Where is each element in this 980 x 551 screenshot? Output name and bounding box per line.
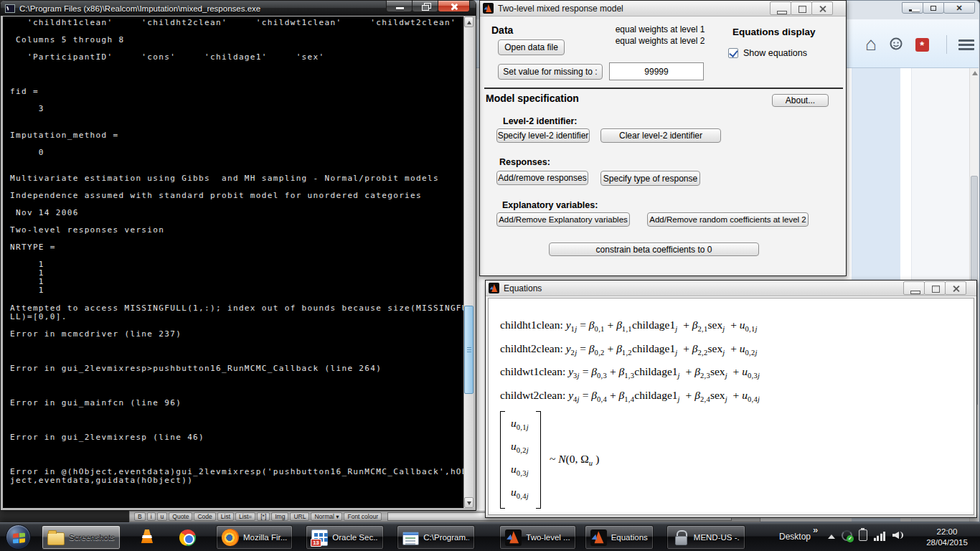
editor-button[interactable]: u [157,512,168,521]
open-data-file-button[interactable]: Open data file [498,39,565,55]
add-random-coefficients-button[interactable]: Add/Remove random coefficients at level … [647,212,809,227]
u-vector-item: u0,4j [511,483,529,506]
clipboard-icon[interactable] [859,529,867,541]
show-equations-checkbox[interactable] [728,48,738,58]
console-window: C:\Program Files (x86)\Realcom\Imputatio… [0,0,476,511]
editor-button[interactable]: [*] [257,512,270,521]
close-icon[interactable]: ✕ [943,2,975,14]
scroll-down-icon[interactable] [464,497,473,508]
matlab-icon [590,529,607,546]
volume-icon[interactable] [892,530,905,540]
taskbar-button-oracle[interactable]: 13Oracle Sec... [306,525,384,550]
equations-content: childht1clean: y1j = β0,1 + β1,1childage… [488,298,974,515]
minimize-icon[interactable] [386,1,413,12]
chevron-icon[interactable]: » [813,524,818,535]
editor-button[interactable]: i [147,512,156,521]
about-button[interactable]: About... [772,94,829,107]
close-icon[interactable] [945,281,966,295]
network-icon[interactable] [874,532,886,541]
editor-button[interactable]: Font colour [344,512,382,521]
console-output: 'childht1clean' 'childht2clean' 'childwt… [3,17,473,508]
u-vector: u0,1ju0,2ju0,3ju0,4j ~ N(0, Ωu ) [500,411,974,509]
editor-button[interactable]: List= [235,512,255,521]
restore-icon[interactable] [923,2,944,14]
clear-level2-button[interactable]: Clear level-2 identifier [600,128,721,143]
lock-icon [672,529,689,546]
u-vector-item: u0,3j [511,460,529,483]
editor-button[interactable]: Normal ▾ [311,512,342,521]
scroll-up-icon[interactable] [464,17,473,27]
editor-button[interactable]: URL [290,512,309,521]
taskbar-button-chrome[interactable] [175,525,200,550]
constrain-beta-button[interactable]: constrain beta coefficients to 0 [549,242,759,256]
u-distribution: ~ N(0, Ωu ) [550,453,599,467]
taskbar-button-firefox[interactable]: Mozilla Fir... [216,525,293,550]
equations-window-title: Equations [504,283,542,293]
taskbar-label: C:\Program... [423,533,469,542]
editor-button[interactable]: Quote [169,512,192,521]
taskbar: ScreenshotsMozilla Fir...13Oracle Sec...… [0,522,980,551]
taskbar-button-console[interactable]: C:\Program... [397,525,475,550]
lastpass-icon[interactable]: * [915,38,929,52]
u-vector-item: u0,1j [511,414,529,437]
equation-row: childht1clean: y1j = β0,1 + β1,1childage… [500,316,974,339]
taskbar-items: ScreenshotsMozilla Fir...13Oracle Sec...… [42,525,745,550]
oracle-icon: 13 [311,529,328,546]
editor-button[interactable]: List [217,512,234,521]
taskbar-label: MEND-US -... [694,533,740,542]
menu-icon[interactable] [958,39,974,50]
system-tray [828,529,905,541]
specify-level2-button[interactable]: Specify level-2 identifier [496,128,590,143]
minimize-icon[interactable] [902,2,923,14]
model-dialog-window: Two-level mixed response model Data equa… [479,0,847,276]
clock[interactable]: 22:00 28/04/2015 [918,527,976,548]
specify-response-type-button[interactable]: Specify type of response [600,171,700,186]
scrollbar-thumb[interactable] [464,306,473,394]
section-divider [484,88,843,89]
taskbar-button-matlab[interactable]: Equations [585,525,654,550]
maximize-icon[interactable] [791,1,812,15]
editor-button[interactable]: B [134,512,146,521]
e-distribution: [⋮] ~ N(0, Ωe ) [500,512,974,515]
editor-button[interactable]: Code [194,512,215,521]
console-text: 'childht1clean' 'childht2clean' 'childwt… [10,19,468,486]
matlab-icon [489,283,499,293]
missing-value-input[interactable]: 99999 [609,62,704,80]
taskbar-button-lock[interactable]: MEND-US -... [666,525,745,550]
sync-icon[interactable] [842,530,852,541]
scroll-up-icon[interactable] [972,71,978,75]
desktop-toolbar-label[interactable]: Desktop [779,532,811,542]
date: 28/04/2015 [918,537,976,548]
taskbar-label: Mozilla Fir... [243,533,287,542]
close-icon[interactable] [438,1,470,12]
equations-window: Equations childht1clean: y1j = β0,1 + β1… [485,280,977,518]
close-icon[interactable] [811,1,833,15]
chrome-icon [179,529,196,546]
explanatory-variables-label: Explanatory variables: [502,200,598,210]
home-icon[interactable] [865,36,877,53]
equations-display-heading: Equations display [732,27,816,37]
editor-button[interactable]: Img [271,512,288,521]
start-button[interactable] [6,524,31,550]
matlab-icon [483,3,494,14]
hidden-icons-arrow-icon[interactable] [828,534,835,539]
weights-level1-text: equal weights at level 1 [611,24,709,35]
maximize-icon[interactable] [924,281,946,295]
data-section-heading: Data [491,24,513,36]
notification-badge: 13 [311,539,321,547]
taskbar-label: Screenshots [69,533,115,542]
console-title-bar[interactable]: C:\Program Files (x86)\Realcom\Imputatio… [1,1,476,16]
taskbar-button-matlab[interactable]: Two-level ... [499,525,575,550]
dialog-title: Two-level mixed response model [498,4,623,14]
restore-icon[interactable] [412,1,438,12]
set-missing-value-button[interactable]: Set value for missing to : [498,64,603,80]
time: 22:00 [918,527,976,537]
taskbar-button-folder[interactable]: Screenshots [42,525,121,550]
add-remove-responses-button[interactable]: Add/remove responses [496,171,588,185]
taskbar-button-vlc[interactable] [135,525,159,550]
add-explanatory-button[interactable]: Add/Remove Explanatory variables [496,212,630,227]
minimize-icon[interactable] [770,1,791,15]
chat-smiley-icon[interactable] [888,37,904,52]
minimize-icon[interactable] [903,281,925,295]
console-scrollbar[interactable] [463,17,473,508]
